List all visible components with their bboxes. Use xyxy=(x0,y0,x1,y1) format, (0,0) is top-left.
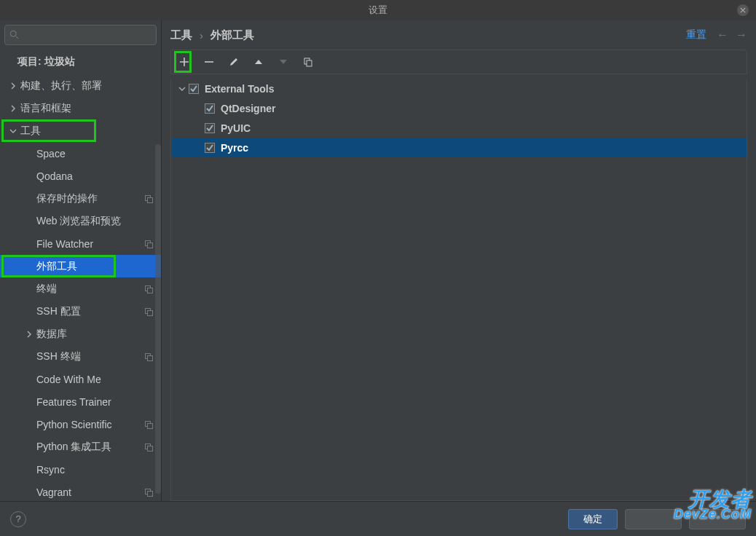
breadcrumb-sep: › xyxy=(200,29,203,42)
sidebar-item-label: 构建、执行、部署 xyxy=(20,79,161,92)
edit-button[interactable] xyxy=(228,56,240,68)
group-checkbox[interactable] xyxy=(189,84,199,94)
remove-button[interactable] xyxy=(203,56,215,68)
settings-main: 工具 › 外部工具 重置 ← → xyxy=(162,20,756,501)
project-scope-icon xyxy=(145,489,152,496)
chevron-down-icon xyxy=(278,57,288,67)
tree-item-label: QtDesigner xyxy=(221,103,275,114)
reset-link[interactable]: 重置 xyxy=(686,28,706,42)
tree-item-label: Pyrcc xyxy=(221,142,248,154)
ok-button[interactable]: 确定 xyxy=(568,509,618,529)
project-scope-icon xyxy=(145,240,152,248)
project-scope-icon xyxy=(145,285,152,293)
window-title: 设置 xyxy=(369,4,387,17)
sidebar-item-label: Space xyxy=(36,148,161,159)
add-button[interactable] xyxy=(178,56,190,68)
help-button[interactable]: ? xyxy=(10,511,26,527)
sidebar-item[interactable]: 构建、执行、部署 xyxy=(0,74,161,97)
move-down-button[interactable] xyxy=(277,56,289,68)
project-scope-icon xyxy=(145,195,152,202)
sidebar-item-label: 保存时的操作 xyxy=(36,192,161,205)
sidebar-item-label: SSH 终端 xyxy=(36,350,161,363)
copy-icon xyxy=(303,57,313,67)
sidebar-item-label: Features Trainer xyxy=(36,396,161,408)
sidebar-item-label: Web 浏览器和预览 xyxy=(36,215,161,228)
sidebar-item[interactable]: SSH 配置 xyxy=(0,300,161,323)
external-tools-tree: External Tools QtDesignerPyUICPyrcc xyxy=(170,79,747,501)
sidebar-item[interactable]: Code With Me xyxy=(0,368,161,390)
sidebar-item[interactable]: Web 浏览器和预览 xyxy=(0,210,161,232)
sidebar-item-label: 终端 xyxy=(36,283,161,296)
project-header: 项目: 垃圾站 xyxy=(0,50,161,74)
tree-item[interactable]: Pyrcc xyxy=(171,138,747,157)
sidebar-item[interactable]: SSH 终端 xyxy=(0,345,161,368)
sidebar-item-label: 外部工具 xyxy=(36,260,161,273)
sidebar-item-label: 语言和框架 xyxy=(20,102,161,115)
chevron-right-icon[interactable] xyxy=(6,105,20,112)
project-scope-icon xyxy=(145,353,152,360)
search-icon xyxy=(9,30,20,40)
minus-icon xyxy=(204,57,214,67)
sidebar-item-label: Rsync xyxy=(36,464,161,476)
search-input[interactable] xyxy=(4,25,157,45)
sidebar-item-label: File Watcher xyxy=(36,238,161,250)
sidebar-item-label: Code With Me xyxy=(36,374,161,385)
chevron-right-icon[interactable] xyxy=(6,82,20,90)
sidebar-item[interactable]: Vagrant xyxy=(0,481,161,501)
sidebar-item-label: Python 集成工具 xyxy=(36,441,161,454)
sidebar-item-label: Qodana xyxy=(36,170,161,182)
tree-group-label: External Tools xyxy=(205,83,274,95)
sidebar-item[interactable]: File Watcher xyxy=(0,232,161,255)
sidebar-item-label: SSH 配置 xyxy=(36,305,161,318)
svg-point-0 xyxy=(10,31,16,36)
breadcrumb: 工具 › 外部工具 xyxy=(170,28,254,42)
item-checkbox[interactable] xyxy=(205,143,215,153)
sidebar-item[interactable]: 数据库 xyxy=(0,323,161,345)
sidebar-item[interactable]: 工具 xyxy=(0,119,161,142)
back-icon[interactable]: ← xyxy=(717,28,728,42)
move-up-button[interactable] xyxy=(253,56,264,68)
toolbar xyxy=(170,50,747,74)
chevron-up-icon xyxy=(253,57,264,67)
project-scope-icon xyxy=(145,444,152,451)
forward-icon[interactable]: → xyxy=(736,28,747,42)
tree-group-row[interactable]: External Tools xyxy=(171,79,747,98)
sidebar-item[interactable]: Space xyxy=(0,142,161,165)
project-scope-icon xyxy=(145,421,152,428)
sidebar-item[interactable]: 外部工具 xyxy=(0,255,161,277)
cancel-button[interactable] xyxy=(625,509,682,529)
copy-button[interactable] xyxy=(302,56,314,68)
sidebar-item-label: Python Scientific xyxy=(36,419,161,430)
title-bar: 设置 xyxy=(0,0,756,20)
sidebar-item[interactable]: 保存时的操作 xyxy=(0,187,161,210)
breadcrumb-root: 工具 xyxy=(170,28,192,42)
sidebar-item[interactable]: Features Trainer xyxy=(0,390,161,413)
sidebar-item-label: Vagrant xyxy=(36,486,161,498)
tree-item-label: PyUIC xyxy=(221,122,251,134)
sidebar-item[interactable]: 终端 xyxy=(0,277,161,300)
sidebar-item[interactable]: Python 集成工具 xyxy=(0,436,161,458)
svg-line-1 xyxy=(16,36,19,39)
close-icon[interactable] xyxy=(737,4,749,16)
chevron-right-icon[interactable] xyxy=(22,331,36,338)
nav-scrollbar[interactable] xyxy=(155,144,161,494)
sidebar-item[interactable]: Python Scientific xyxy=(0,413,161,436)
tree-item[interactable]: PyUIC xyxy=(171,118,747,138)
chevron-down-icon[interactable] xyxy=(176,85,189,92)
apply-button[interactable] xyxy=(689,509,746,529)
sidebar-item[interactable]: 语言和框架 xyxy=(0,97,161,119)
footer: ? 确定 xyxy=(0,501,756,536)
settings-nav: 项目: 垃圾站 构建、执行、部署语言和框架工具SpaceQodana保存时的操作… xyxy=(0,50,161,501)
settings-sidebar: 项目: 垃圾站 构建、执行、部署语言和框架工具SpaceQodana保存时的操作… xyxy=(0,20,162,501)
item-checkbox[interactable] xyxy=(205,103,215,114)
sidebar-item-label: 数据库 xyxy=(36,328,161,341)
chevron-down-icon[interactable] xyxy=(6,127,20,135)
item-checkbox[interactable] xyxy=(205,123,215,133)
tree-item[interactable]: QtDesigner xyxy=(171,98,747,118)
project-scope-icon xyxy=(145,308,152,315)
project-label: 项目: 垃圾站 xyxy=(17,55,75,68)
sidebar-item-label: 工具 xyxy=(20,125,161,138)
sidebar-item[interactable]: Rsync xyxy=(0,458,161,481)
svg-rect-3 xyxy=(307,60,312,66)
sidebar-item[interactable]: Qodana xyxy=(0,165,161,187)
